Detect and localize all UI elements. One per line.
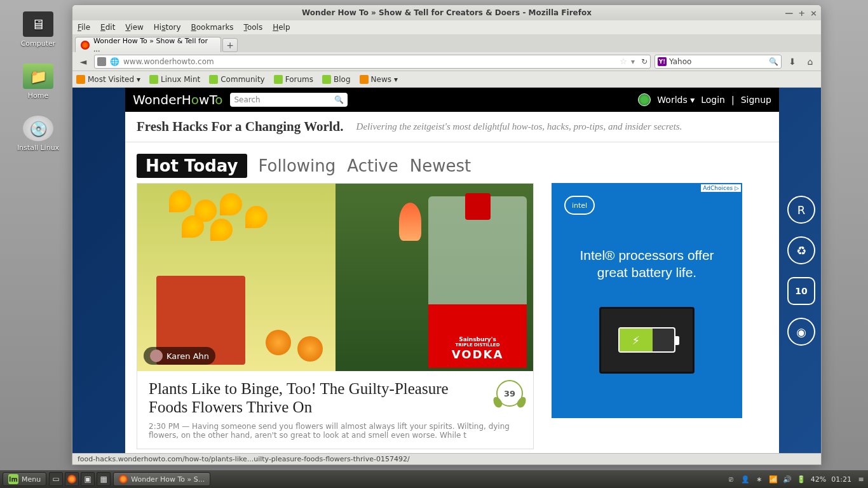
menu-help[interactable]: Help <box>273 23 290 32</box>
start-menu-button[interactable]: lm Menu <box>3 472 46 486</box>
battery-percent: 42% <box>811 475 826 484</box>
menu-bookmarks[interactable]: Bookmarks <box>191 23 234 32</box>
tray-volume-icon[interactable]: 🔊 <box>783 475 792 484</box>
tray-battery-icon[interactable]: 🔋 <box>797 475 806 484</box>
identity-icon <box>97 57 106 66</box>
site-logo[interactable]: WonderHowTo <box>133 92 222 107</box>
browser-tab[interactable]: Wonder How To » Show & Tell for ... <box>75 37 221 52</box>
status-url: food-hacks.wonderhowto.com/how-to/plants… <box>78 455 410 463</box>
mint-logo-icon: lm <box>8 474 18 484</box>
urlbar[interactable]: 🌐 www.wonderhowto.com ☆ ▾ ↻ <box>94 55 651 69</box>
navbar: ◄ 🌐 www.wonderhowto.com ☆ ▾ ↻ Y! Yahoo 🔍… <box>72 52 821 71</box>
menu-edit[interactable]: Edit <box>100 23 115 32</box>
bookmark-community[interactable]: Community <box>209 75 264 84</box>
downloads-button[interactable]: ⬇ <box>785 55 799 69</box>
tray-user-icon[interactable]: 👤 <box>741 475 750 484</box>
new-tab-button[interactable]: + <box>222 38 238 52</box>
tray-menu-icon[interactable]: ≡ <box>857 475 865 484</box>
search-placeholder: Search <box>234 95 260 104</box>
url-text: www.wonderhowto.com <box>123 57 214 66</box>
menubar: File Edit View History Bookmarks Tools H… <box>72 20 821 34</box>
search-engine-label: Yahoo <box>669 57 691 66</box>
files-launcher[interactable]: ▦ <box>97 472 111 486</box>
side-badge-r[interactable]: R <box>787 196 815 224</box>
clock[interactable]: 01:21 <box>831 475 851 484</box>
bookmark-linux-mint[interactable]: Linux Mint <box>149 75 200 84</box>
search-icon[interactable]: 🔍 <box>769 57 778 66</box>
yahoo-icon: Y! <box>658 57 667 66</box>
search-icon: 🔍 <box>334 95 344 104</box>
bookmark-star-icon[interactable]: ☆ <box>620 57 627 66</box>
close-button[interactable]: × <box>810 8 817 18</box>
desktop-icon-computer[interactable]: 🖥 Computer <box>13 11 64 48</box>
menu-file[interactable]: File <box>78 23 90 32</box>
tab-hot-today[interactable]: Hot Today <box>137 154 247 178</box>
side-badges: R ♻ 10 ◉ <box>782 196 821 346</box>
bookmark-blog[interactable]: Blog <box>322 75 351 84</box>
favicon-icon <box>81 41 90 50</box>
taskbar: lm Menu ▭ ▣ ▦ Wonder How To » S... ⎚ 👤 ∗… <box>0 470 868 488</box>
bookmark-forums[interactable]: Forums <box>274 75 313 84</box>
firefox-launcher[interactable] <box>65 472 79 486</box>
firefox-window: Wonder How To » Show & Tell for Creators… <box>72 4 822 465</box>
tab-newest[interactable]: Newest <box>410 156 471 175</box>
tab-active[interactable]: Active <box>347 156 398 175</box>
show-desktop-button[interactable]: ▭ <box>49 472 63 486</box>
desktop-icon-label: Install Linux <box>13 144 64 152</box>
author-name: Karen Ahn <box>166 351 209 361</box>
ad-box[interactable]: AdChoices ▷ intel Intel® processors offe… <box>552 183 742 418</box>
minimize-button[interactable]: — <box>785 8 793 18</box>
monitor-icon: 🖥 <box>23 11 53 37</box>
side-badge-eye[interactable]: ◉ <box>787 318 815 346</box>
article-card[interactable]: Sainsbury's TRIPLE DISTILLED VODKA Karen… <box>137 183 534 449</box>
desktop-icon-label: Home <box>13 92 64 100</box>
article-title: Plants Like to Binge, Too! The Guilty-Pl… <box>149 380 522 417</box>
disc-icon: 💿 <box>23 116 53 141</box>
worlds-dropdown[interactable]: Worlds ▾ <box>657 95 695 105</box>
desktop-icon-install[interactable]: 💿 Install Linux <box>13 116 64 152</box>
signup-link[interactable]: Signup <box>741 95 771 105</box>
ad-text: Intel® processors offer great battery li… <box>564 247 729 281</box>
page-content: WonderHowTo Search 🔍 Worlds ▾ Login | Si… <box>125 88 779 464</box>
tagline-sub: Delivering the zeitgeist's most delightf… <box>356 121 682 132</box>
tray-wifi-icon[interactable]: 📶 <box>769 475 778 484</box>
searchbar[interactable]: Y! Yahoo 🔍 <box>654 55 782 69</box>
tab-following[interactable]: Following <box>259 156 336 175</box>
back-button[interactable]: ◄ <box>76 55 90 69</box>
tray-bluetooth-icon[interactable]: ∗ <box>755 475 764 484</box>
menu-history[interactable]: History <box>154 23 181 32</box>
avatar <box>150 349 163 362</box>
adchoices-label[interactable]: AdChoices ▷ <box>701 184 741 192</box>
article-hero-image: Sainsbury's TRIPLE DISTILLED VODKA Karen… <box>137 184 533 371</box>
titlebar[interactable]: Wonder How To » Show & Tell for Creators… <box>72 5 821 20</box>
desktop-icon-label: Computer <box>13 39 64 48</box>
taskbar-window-button[interactable]: Wonder How To » S... <box>113 472 210 486</box>
terminal-launcher[interactable]: ▣ <box>81 472 95 486</box>
reload-button[interactable]: ↻ <box>641 57 648 66</box>
folder-icon: 📁 <box>23 64 53 89</box>
content-tabs: Hot Today Following Active Newest <box>125 142 779 183</box>
site-search[interactable]: Search 🔍 <box>230 93 348 107</box>
side-badge-10[interactable]: 10 <box>787 277 815 305</box>
menu-view[interactable]: View <box>125 23 143 32</box>
tab-label: Wonder How To » Show & Tell for ... <box>93 37 215 53</box>
menu-tools[interactable]: Tools <box>244 23 263 32</box>
article-area: Sainsbury's TRIPLE DISTILLED VODKA Karen… <box>125 183 779 449</box>
home-button[interactable]: ⌂ <box>803 55 817 69</box>
tagline-main: Fresh Hacks For a Changing World. <box>137 119 344 135</box>
maximize-button[interactable]: + <box>798 8 805 18</box>
author-badge[interactable]: Karen Ahn <box>144 347 215 365</box>
firefox-icon <box>119 475 128 484</box>
tray-updates-icon[interactable]: ⎚ <box>727 475 736 484</box>
bookmark-most-visited[interactable]: Most Visited▾ <box>76 75 140 84</box>
tagline-bar: Fresh Hacks For a Changing World. Delive… <box>125 112 779 142</box>
bookmark-news[interactable]: News▾ <box>360 75 398 84</box>
system-tray: ⎚ 👤 ∗ 📶 🔊 🔋 42% 01:21 ≡ <box>727 475 865 484</box>
desktop-icon-home[interactable]: 📁 Home <box>13 64 64 100</box>
intel-logo: intel <box>564 196 595 215</box>
side-badge-refresh[interactable]: ♻ <box>787 236 815 264</box>
window-controls: — + × <box>785 8 817 18</box>
count-badge: 39 <box>496 380 523 407</box>
login-link[interactable]: Login <box>701 95 725 105</box>
page-viewport: R ♻ 10 ◉ WonderHowTo Search 🔍 Worlds ▾ L… <box>72 88 821 464</box>
